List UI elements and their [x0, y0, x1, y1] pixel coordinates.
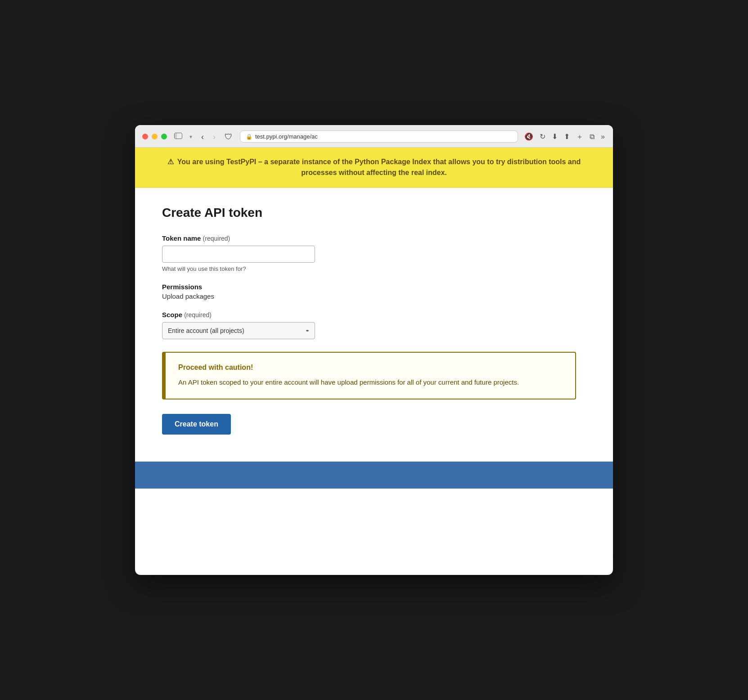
- chevron-down-icon[interactable]: ▾: [188, 133, 194, 140]
- lock-icon: 🔒: [246, 134, 252, 140]
- scope-select[interactable]: Entire account (all projects): [162, 322, 315, 339]
- scope-group: Scope (required) Entire account (all pro…: [162, 311, 586, 339]
- footer-strip: [135, 462, 613, 489]
- warning-banner: ⚠ You are using TestPyPI – a separate in…: [135, 148, 613, 188]
- browser-chrome: ▾ ‹ › 🛡 🔒 test.pypi.org/manage/ac 🔇 ↻ ⬇ …: [135, 125, 613, 148]
- minimize-button[interactable]: [152, 134, 158, 139]
- browser-window: ▾ ‹ › 🛡 🔒 test.pypi.org/manage/ac 🔇 ↻ ⬇ …: [135, 125, 613, 575]
- refresh-icon[interactable]: ↻: [539, 132, 546, 141]
- page-title: Create API token: [162, 206, 586, 220]
- token-name-group: Token name (required) What will you use …: [162, 234, 586, 272]
- scope-label: Scope (required): [162, 311, 586, 319]
- caution-title: Proceed with caution!: [178, 363, 563, 372]
- back-button[interactable]: ‹: [199, 132, 206, 142]
- address-bar[interactable]: 🔒 test.pypi.org/manage/ac: [240, 130, 518, 143]
- permissions-group: Permissions Upload packages: [162, 283, 586, 300]
- more-icon[interactable]: »: [600, 132, 606, 141]
- sidebar-toggle-button[interactable]: [172, 132, 184, 141]
- create-token-button[interactable]: Create token: [162, 414, 231, 435]
- scope-required-note: (required): [184, 311, 212, 319]
- browser-actions: 🔇 ↻ ⬇ ⬆ ＋ ⧉ »: [523, 132, 606, 141]
- scope-select-wrapper: Entire account (all projects): [162, 322, 315, 339]
- add-tab-icon[interactable]: ＋: [575, 132, 584, 141]
- url-text: test.pypi.org/manage/ac: [255, 133, 318, 140]
- token-name-label: Token name (required): [162, 234, 586, 242]
- page-content: Create API token Token name (required) W…: [135, 188, 613, 462]
- caution-box: Proceed with caution! An API token scope…: [162, 352, 576, 399]
- share-icon[interactable]: ⬆: [563, 132, 571, 141]
- tabs-icon[interactable]: ⧉: [589, 132, 595, 141]
- forward-button[interactable]: ›: [211, 132, 217, 142]
- audio-icon[interactable]: 🔇: [523, 132, 534, 141]
- permissions-value: Upload packages: [162, 292, 586, 300]
- required-note: (required): [203, 235, 230, 242]
- download-icon[interactable]: ⬇: [551, 132, 559, 141]
- browser-controls: ▾: [172, 132, 194, 141]
- token-name-input[interactable]: [162, 246, 315, 263]
- token-name-hint: What will you use this token for?: [162, 265, 586, 272]
- warning-icon: ⚠: [167, 158, 174, 166]
- shield-icon: 🛡: [223, 132, 234, 142]
- maximize-button[interactable]: [161, 134, 167, 139]
- traffic-lights: [142, 134, 167, 139]
- svg-rect-1: [175, 133, 177, 139]
- permissions-label: Permissions: [162, 283, 586, 291]
- caution-text: An API token scoped to your entire accou…: [178, 377, 563, 388]
- close-button[interactable]: [142, 134, 148, 139]
- warning-text: ⚠ You are using TestPyPI – a separate in…: [153, 157, 595, 178]
